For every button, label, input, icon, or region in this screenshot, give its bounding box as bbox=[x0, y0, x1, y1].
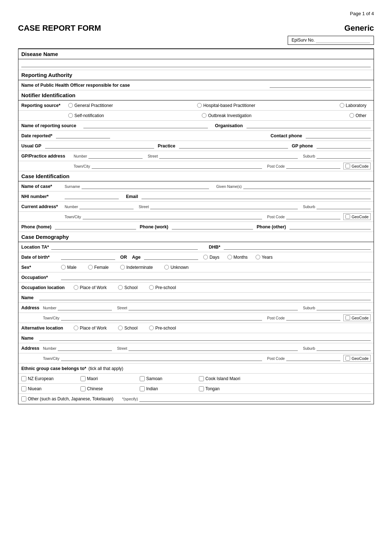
radio-hospital-label: Hospital-based Practitioner bbox=[203, 103, 255, 108]
nhi-input[interactable] bbox=[65, 194, 119, 199]
radio-unknown-input[interactable] bbox=[164, 265, 169, 270]
gp-street-input[interactable] bbox=[159, 153, 298, 159]
radio-female-input[interactable] bbox=[88, 265, 93, 270]
radio-hospital-input[interactable] bbox=[197, 103, 202, 108]
radio-lab-input[interactable] bbox=[340, 103, 344, 108]
date-reported-input[interactable] bbox=[56, 133, 110, 138]
radio-alt-place-of-work-input[interactable] bbox=[74, 326, 78, 330]
age-label: Age bbox=[132, 255, 141, 260]
cb-indian-input[interactable] bbox=[140, 386, 145, 391]
occupation-input[interactable] bbox=[61, 275, 371, 280]
radio-other-input[interactable] bbox=[349, 113, 354, 118]
age-input[interactable] bbox=[144, 254, 198, 260]
case-id-header: Case Identification bbox=[18, 171, 374, 181]
radio-alt-school-label: School bbox=[124, 326, 138, 331]
occ-town-input[interactable] bbox=[61, 315, 262, 320]
radio-outbreak-input[interactable] bbox=[202, 113, 206, 118]
cb-samoan-input[interactable] bbox=[140, 376, 145, 381]
occ-street-input[interactable] bbox=[129, 305, 298, 310]
dob-input[interactable] bbox=[61, 254, 115, 260]
dhb-input[interactable] bbox=[224, 244, 371, 250]
radio-place-of-work-input[interactable] bbox=[74, 285, 78, 290]
geocode-checkbox-3[interactable] bbox=[345, 315, 350, 320]
cb-cook-island-input[interactable] bbox=[199, 376, 204, 381]
specify-label: *(specify) bbox=[122, 397, 138, 401]
given-names-input[interactable] bbox=[243, 184, 371, 189]
occ-address-label: Address bbox=[21, 305, 43, 310]
surname-input[interactable] bbox=[82, 184, 209, 189]
radio-self-input[interactable] bbox=[68, 113, 73, 118]
radio-gp-input[interactable] bbox=[68, 103, 73, 108]
occ-postcode-input[interactable] bbox=[286, 315, 340, 320]
alt-street-input[interactable] bbox=[129, 345, 298, 351]
geocode-checkbox-1[interactable] bbox=[345, 164, 350, 168]
alt-postcode-input[interactable] bbox=[286, 356, 340, 361]
occ-number-input[interactable] bbox=[58, 305, 112, 310]
radio-pre-school-input[interactable] bbox=[149, 285, 154, 290]
reporting-source-name-row: Name of reporting source Organisation bbox=[18, 121, 374, 131]
radio-days-input[interactable] bbox=[203, 255, 208, 259]
notifier-id-header: Notifier Identification bbox=[18, 90, 374, 100]
disease-name-input[interactable] bbox=[21, 62, 371, 67]
radio-place-of-work: Place of Work bbox=[74, 285, 106, 290]
gp-number-input[interactable] bbox=[88, 153, 143, 159]
practice-input[interactable] bbox=[179, 143, 288, 149]
geocode-checkbox-2[interactable] bbox=[345, 214, 350, 219]
curr-street-input[interactable] bbox=[150, 204, 298, 209]
gp-town-input[interactable] bbox=[92, 163, 262, 169]
officer-input[interactable] bbox=[270, 82, 371, 88]
cb-tongan-input[interactable] bbox=[199, 386, 204, 391]
curr-town-input[interactable] bbox=[83, 214, 262, 219]
phone-home-input[interactable] bbox=[55, 224, 136, 229]
curr-suburb-input[interactable] bbox=[317, 204, 371, 209]
organisation-input[interactable] bbox=[247, 123, 371, 128]
alt-town-input[interactable] bbox=[61, 356, 262, 361]
phone-work-input[interactable] bbox=[172, 224, 253, 229]
cb-nz-european-input[interactable] bbox=[21, 376, 26, 381]
radio-alt-school-input[interactable] bbox=[118, 326, 123, 330]
gp-phone-input[interactable] bbox=[317, 143, 371, 149]
number-label-2: Number bbox=[65, 205, 78, 209]
radio-alt-pre-school-input[interactable] bbox=[149, 326, 154, 330]
cb-other-input[interactable] bbox=[21, 396, 26, 401]
radio-years-label: Years bbox=[262, 255, 273, 260]
cb-chinese-input[interactable] bbox=[80, 386, 86, 391]
cb-maori: Maori bbox=[80, 376, 135, 381]
cb-other-label: Other (such as Dutch, Japanese, Tokelaua… bbox=[28, 396, 113, 401]
radio-school-input[interactable] bbox=[118, 285, 123, 290]
radio-years-input[interactable] bbox=[256, 255, 260, 259]
occ-suburb-input[interactable] bbox=[317, 305, 371, 310]
occ-address-row1: Address Number Street Suburb bbox=[18, 303, 374, 313]
phone-other-input[interactable] bbox=[289, 224, 371, 229]
cb-maori-input[interactable] bbox=[80, 376, 86, 381]
location-ta-row: Location TA* DHB* bbox=[18, 242, 374, 252]
other-specify-input[interactable] bbox=[139, 396, 371, 402]
ta-input[interactable] bbox=[51, 244, 198, 250]
gp-suburb-input[interactable] bbox=[317, 153, 371, 159]
cb-cook-island: Cook Island Maori bbox=[199, 376, 240, 381]
radio-months-input[interactable] bbox=[227, 255, 232, 259]
radio-female-label: Female bbox=[94, 265, 109, 270]
radio-pre-school: Pre-school bbox=[149, 285, 176, 290]
curr-number-input[interactable] bbox=[79, 204, 134, 209]
usual-gp-input[interactable] bbox=[45, 143, 154, 149]
episurv-input[interactable] bbox=[316, 38, 370, 43]
gp-postcode-input[interactable] bbox=[286, 163, 340, 169]
cb-samoan-label: Samoan bbox=[146, 376, 162, 381]
radio-male-input[interactable] bbox=[61, 265, 66, 270]
cb-niuean-input[interactable] bbox=[21, 386, 26, 391]
contact-phone-input[interactable] bbox=[306, 133, 371, 138]
alt-name-input[interactable] bbox=[39, 335, 371, 341]
curr-postcode-input[interactable] bbox=[286, 214, 340, 219]
postcode-label-1: Post Code bbox=[267, 164, 285, 168]
cb-niuean-label: Niuean bbox=[28, 386, 42, 391]
dhb-label: DHB* bbox=[209, 245, 220, 250]
alt-suburb-input[interactable] bbox=[317, 345, 371, 351]
occ-name-input[interactable] bbox=[39, 295, 371, 300]
radio-indeterminate-input[interactable] bbox=[120, 265, 125, 270]
email-input[interactable] bbox=[141, 194, 371, 199]
alt-number-input[interactable] bbox=[58, 345, 112, 351]
reporting-source-name-input[interactable] bbox=[83, 123, 208, 128]
geocode-label-4: GeoCode bbox=[352, 356, 369, 361]
geocode-checkbox-4[interactable] bbox=[345, 356, 350, 361]
